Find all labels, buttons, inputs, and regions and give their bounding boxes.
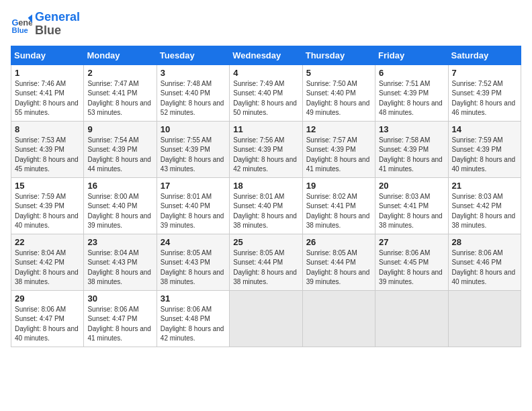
header-friday: Friday xyxy=(375,46,448,64)
day-number: 5 xyxy=(306,68,371,78)
day-number: 12 xyxy=(306,124,371,134)
day-info: Sunrise: 7:53 AMSunset: 4:39 PMDaylight:… xyxy=(15,136,80,175)
calendar-cell: 10Sunrise: 7:55 AMSunset: 4:39 PMDayligh… xyxy=(157,121,229,177)
calendar-cell: 26Sunrise: 8:05 AMSunset: 4:44 PMDayligh… xyxy=(302,234,375,290)
day-info: Sunrise: 7:49 AMSunset: 4:40 PMDaylight:… xyxy=(233,79,298,118)
day-number: 16 xyxy=(87,181,152,191)
day-number: 6 xyxy=(379,68,444,78)
header-sunday: Sunday xyxy=(11,46,84,64)
day-number: 18 xyxy=(233,181,298,191)
day-number: 9 xyxy=(87,124,152,134)
calendar-cell: 8Sunrise: 7:53 AMSunset: 4:39 PMDaylight… xyxy=(11,121,84,177)
day-info: Sunrise: 7:56 AMSunset: 4:39 PMDaylight:… xyxy=(233,136,298,175)
header-monday: Monday xyxy=(84,46,157,64)
day-number: 8 xyxy=(15,124,80,134)
day-info: Sunrise: 7:54 AMSunset: 4:39 PMDaylight:… xyxy=(87,136,152,175)
header-saturday: Saturday xyxy=(448,46,521,64)
day-info: Sunrise: 7:52 AMSunset: 4:39 PMDaylight:… xyxy=(452,79,517,118)
calendar-cell: 21Sunrise: 8:03 AMSunset: 4:42 PMDayligh… xyxy=(448,177,521,234)
calendar-week-1: 1Sunrise: 7:46 AMSunset: 4:41 PMDaylight… xyxy=(11,64,521,121)
header-tuesday: Tuesday xyxy=(157,46,229,64)
day-info: Sunrise: 8:05 AMSunset: 4:44 PMDaylight:… xyxy=(233,248,298,287)
calendar-cell: 19Sunrise: 8:02 AMSunset: 4:41 PMDayligh… xyxy=(302,177,375,234)
day-number: 3 xyxy=(161,68,226,78)
day-number: 15 xyxy=(15,181,80,191)
day-info: Sunrise: 8:06 AMSunset: 4:47 PMDaylight:… xyxy=(15,305,80,344)
day-number: 27 xyxy=(379,237,444,247)
day-info: Sunrise: 8:06 AMSunset: 4:46 PMDaylight:… xyxy=(452,248,517,287)
page-header: G eneral Blue General Blue xyxy=(11,11,521,38)
day-number: 7 xyxy=(452,68,517,78)
calendar-cell: 13Sunrise: 7:58 AMSunset: 4:39 PMDayligh… xyxy=(375,121,448,177)
calendar-cell: 11Sunrise: 7:56 AMSunset: 4:39 PMDayligh… xyxy=(230,121,302,177)
calendar-cell xyxy=(448,290,521,347)
calendar-cell: 27Sunrise: 8:06 AMSunset: 4:45 PMDayligh… xyxy=(375,234,448,290)
day-number: 30 xyxy=(87,293,152,304)
day-number: 11 xyxy=(233,124,298,134)
day-info: Sunrise: 7:48 AMSunset: 4:40 PMDaylight:… xyxy=(161,79,226,118)
day-info: Sunrise: 7:46 AMSunset: 4:41 PMDaylight:… xyxy=(15,79,80,118)
calendar-cell: 28Sunrise: 8:06 AMSunset: 4:46 PMDayligh… xyxy=(448,234,521,290)
day-info: Sunrise: 8:04 AMSunset: 4:43 PMDaylight:… xyxy=(87,248,152,287)
day-info: Sunrise: 8:03 AMSunset: 4:41 PMDaylight:… xyxy=(379,192,444,231)
svg-text:Blue: Blue xyxy=(12,26,28,34)
day-info: Sunrise: 7:51 AMSunset: 4:39 PMDaylight:… xyxy=(379,79,444,118)
day-number: 28 xyxy=(452,237,517,247)
calendar-cell: 22Sunrise: 8:04 AMSunset: 4:42 PMDayligh… xyxy=(11,234,84,290)
logo-blue: Blue xyxy=(35,24,80,38)
calendar-cell xyxy=(375,290,448,347)
calendar-cell: 16Sunrise: 8:00 AMSunset: 4:40 PMDayligh… xyxy=(84,177,157,234)
day-info: Sunrise: 7:58 AMSunset: 4:39 PMDaylight:… xyxy=(379,136,444,175)
day-info: Sunrise: 8:04 AMSunset: 4:42 PMDaylight:… xyxy=(15,248,80,287)
calendar-cell: 3Sunrise: 7:48 AMSunset: 4:40 PMDaylight… xyxy=(157,64,229,121)
calendar-cell: 2Sunrise: 7:47 AMSunset: 4:41 PMDaylight… xyxy=(84,64,157,121)
day-info: Sunrise: 8:01 AMSunset: 4:40 PMDaylight:… xyxy=(233,192,298,231)
day-info: Sunrise: 8:00 AMSunset: 4:40 PMDaylight:… xyxy=(87,192,152,231)
header-thursday: Thursday xyxy=(302,46,375,64)
day-number: 19 xyxy=(306,181,371,191)
day-number: 14 xyxy=(452,124,517,134)
calendar-cell: 30Sunrise: 8:06 AMSunset: 4:47 PMDayligh… xyxy=(84,290,157,347)
calendar-cell: 9Sunrise: 7:54 AMSunset: 4:39 PMDaylight… xyxy=(84,121,157,177)
day-info: Sunrise: 8:05 AMSunset: 4:43 PMDaylight:… xyxy=(161,248,226,287)
day-number: 20 xyxy=(379,181,444,191)
day-info: Sunrise: 7:47 AMSunset: 4:41 PMDaylight:… xyxy=(87,79,152,118)
day-info: Sunrise: 8:06 AMSunset: 4:45 PMDaylight:… xyxy=(379,248,444,287)
day-number: 23 xyxy=(87,237,152,247)
calendar-cell: 25Sunrise: 8:05 AMSunset: 4:44 PMDayligh… xyxy=(230,234,302,290)
calendar-cell: 29Sunrise: 8:06 AMSunset: 4:47 PMDayligh… xyxy=(11,290,84,347)
day-info: Sunrise: 7:50 AMSunset: 4:40 PMDaylight:… xyxy=(306,79,371,118)
calendar-cell xyxy=(302,290,375,347)
day-info: Sunrise: 7:59 AMSunset: 4:39 PMDaylight:… xyxy=(452,136,517,175)
calendar-cell: 18Sunrise: 8:01 AMSunset: 4:40 PMDayligh… xyxy=(230,177,302,234)
day-info: Sunrise: 7:59 AMSunset: 4:39 PMDaylight:… xyxy=(15,192,80,231)
day-number: 31 xyxy=(161,293,226,304)
calendar-week-2: 8Sunrise: 7:53 AMSunset: 4:39 PMDaylight… xyxy=(11,121,521,177)
day-number: 2 xyxy=(87,68,152,78)
day-info: Sunrise: 8:01 AMSunset: 4:40 PMDaylight:… xyxy=(161,192,226,231)
day-number: 22 xyxy=(15,237,80,247)
logo-icon: G eneral Blue xyxy=(11,13,32,35)
day-info: Sunrise: 8:02 AMSunset: 4:41 PMDaylight:… xyxy=(306,192,371,231)
day-number: 10 xyxy=(161,124,226,134)
calendar-week-4: 22Sunrise: 8:04 AMSunset: 4:42 PMDayligh… xyxy=(11,234,521,290)
calendar-cell: 14Sunrise: 7:59 AMSunset: 4:39 PMDayligh… xyxy=(448,121,521,177)
day-number: 4 xyxy=(233,68,298,78)
day-info: Sunrise: 8:06 AMSunset: 4:48 PMDaylight:… xyxy=(161,305,226,344)
calendar-cell: 1Sunrise: 7:46 AMSunset: 4:41 PMDaylight… xyxy=(11,64,84,121)
calendar-cell: 7Sunrise: 7:52 AMSunset: 4:39 PMDaylight… xyxy=(448,64,521,121)
day-number: 17 xyxy=(161,181,226,191)
calendar-cell: 4Sunrise: 7:49 AMSunset: 4:40 PMDaylight… xyxy=(230,64,302,121)
calendar-cell: 15Sunrise: 7:59 AMSunset: 4:39 PMDayligh… xyxy=(11,177,84,234)
day-number: 24 xyxy=(161,237,226,247)
calendar-cell: 31Sunrise: 8:06 AMSunset: 4:48 PMDayligh… xyxy=(157,290,229,347)
calendar-cell: 6Sunrise: 7:51 AMSunset: 4:39 PMDaylight… xyxy=(375,64,448,121)
day-info: Sunrise: 8:03 AMSunset: 4:42 PMDaylight:… xyxy=(452,192,517,231)
day-number: 29 xyxy=(15,293,80,304)
calendar-cell xyxy=(230,290,302,347)
logo: G eneral Blue General Blue xyxy=(11,11,80,38)
calendar-cell: 23Sunrise: 8:04 AMSunset: 4:43 PMDayligh… xyxy=(84,234,157,290)
header-wednesday: Wednesday xyxy=(230,46,302,64)
day-number: 13 xyxy=(379,124,444,134)
day-number: 25 xyxy=(233,237,298,247)
